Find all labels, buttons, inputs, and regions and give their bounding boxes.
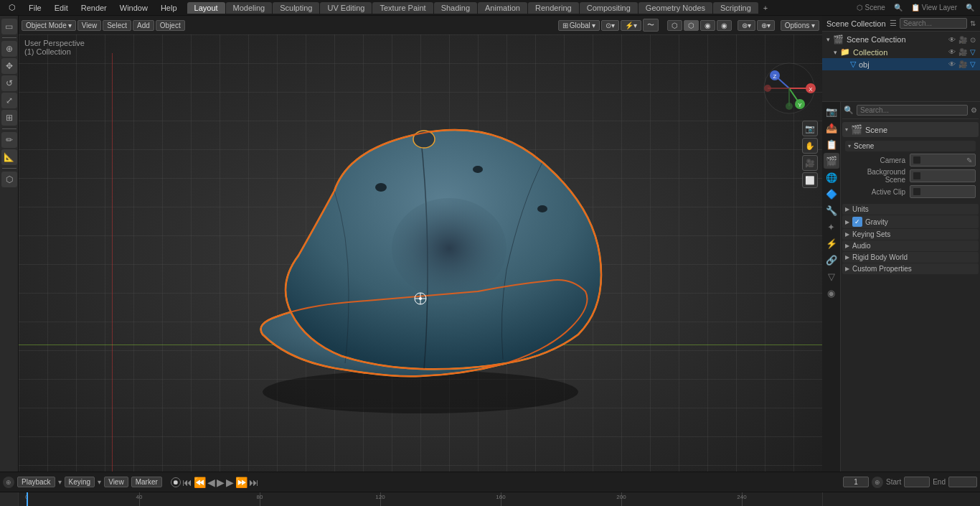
jump-end-button[interactable]: ⏭	[249, 477, 259, 488]
rigid-body-world-section[interactable]: ▶ Rigid Body World	[842, 252, 979, 263]
outliner-eye-icon[interactable]: 👁	[948, 36, 956, 44]
view-menu[interactable]: View	[77, 20, 102, 31]
jump-start-button[interactable]: ⏮	[182, 477, 192, 488]
marker-menu[interactable]: Marker	[131, 477, 162, 487]
props-tab-scene[interactable]: 🎬	[824, 153, 839, 169]
props-tab-view-layer[interactable]: 📋	[824, 136, 839, 152]
props-tab-constraints[interactable]: 🔗	[824, 252, 839, 268]
menu-edit[interactable]: Edit	[49, 2, 74, 14]
outliner-sort-icon[interactable]: ⇅	[970, 19, 976, 27]
rendered-view-tool[interactable]: ⬜	[802, 172, 818, 188]
props-tab-physics[interactable]: ⚡	[824, 235, 839, 251]
outliner-item-obj[interactable]: ▶ ▽ obj 👁 🎥 ▽	[822, 58, 980, 70]
custom-properties-section[interactable]: ▶ Custom Properties	[842, 263, 979, 274]
move-view-tool[interactable]: ✋	[802, 138, 818, 154]
prev-keyframe-button[interactable]: ⏪	[194, 477, 206, 488]
add-object-tool[interactable]: ⬡	[1, 172, 17, 187]
outliner-search-input[interactable]	[900, 18, 967, 29]
record-button[interactable]: ⏺	[171, 477, 181, 487]
workspace-compositing[interactable]: Compositing	[580, 2, 638, 14]
active-clip-input[interactable]	[910, 185, 976, 198]
props-tab-object[interactable]: 🔷	[824, 186, 839, 202]
zoom-camera-tool[interactable]: 📷	[802, 121, 818, 136]
workspace-sculpting[interactable]: Sculpting	[273, 2, 319, 14]
keying-dropdown[interactable]: ▾	[98, 478, 101, 486]
props-options-icon[interactable]: ⚙	[971, 106, 977, 114]
move-tool[interactable]: ✥	[1, 58, 17, 74]
props-tab-output[interactable]: 📤	[824, 120, 839, 136]
select-menu[interactable]: Select	[103, 20, 131, 31]
camera-pick-icon[interactable]: ✎	[966, 156, 972, 164]
collection-filter-icon[interactable]: ▽	[970, 48, 976, 56]
workspace-texture-paint[interactable]: Texture Paint	[372, 2, 433, 14]
viewport-canvas[interactable]: User Perspective (1) Collection	[19, 34, 822, 472]
props-search-input[interactable]	[857, 105, 968, 116]
audio-section[interactable]: ▶ Audio	[842, 240, 979, 251]
viewport-shading-solid[interactable]: ⬡	[684, 20, 699, 31]
frame-sync-button[interactable]: ⊕	[872, 477, 883, 488]
transform-tool[interactable]: ⊞	[1, 110, 17, 126]
timeline-mode-button[interactable]: ⊕	[3, 477, 14, 488]
workspace-scripting[interactable]: Scripting	[713, 2, 758, 14]
outliner-item-collection[interactable]: ▾ 📁 Collection 👁 🎥 ▽	[822, 46, 980, 58]
outliner-cam-icon[interactable]: 🎥	[958, 36, 967, 44]
props-tab-world[interactable]: 🌐	[824, 169, 839, 185]
menu-help[interactable]: Help	[155, 2, 183, 14]
transform-global-dropdown[interactable]: ⊞ Global ▾	[558, 20, 600, 31]
scale-tool[interactable]: ⤢	[1, 93, 17, 108]
blender-logo[interactable]: ⬡	[3, 1, 22, 14]
select-box-tool[interactable]: ▭	[1, 19, 17, 34]
add-menu[interactable]: Add	[133, 20, 154, 31]
workspace-layout[interactable]: Layout	[187, 2, 225, 14]
end-frame-input[interactable]: 250	[948, 477, 977, 487]
outliner-hide-icon[interactable]: ⊙	[970, 36, 976, 44]
object-menu[interactable]: Object	[156, 20, 185, 31]
scene-section-header[interactable]: ▾ 🎬 Scene	[842, 122, 979, 137]
menu-window[interactable]: Window	[114, 2, 154, 14]
collection-restrict-render[interactable]: 🎥	[958, 48, 967, 56]
obj-render-icon[interactable]: 🎥	[958, 60, 967, 68]
units-section[interactable]: ▶ Units	[842, 204, 979, 215]
annotate-tool[interactable]: ✏	[1, 132, 17, 148]
viewport-shading-material[interactable]: ◉	[700, 20, 715, 31]
snap-toggle[interactable]: ⚡▾	[621, 20, 641, 31]
rotate-tool[interactable]: ↺	[1, 75, 17, 91]
playback-dropdown[interactable]: ▾	[58, 478, 62, 486]
gravity-checkbox[interactable]: ✓	[852, 217, 862, 227]
next-keyframe-button[interactable]: ⏩	[235, 477, 248, 488]
cursor-tool[interactable]: ⊕	[1, 41, 17, 57]
workspace-shading[interactable]: Shading	[434, 2, 477, 14]
playback-menu[interactable]: Playback	[17, 477, 55, 487]
props-tab-particles[interactable]: ✦	[824, 219, 839, 235]
menu-file[interactable]: File	[23, 2, 47, 14]
obj-filter-icon[interactable]: ▽	[970, 60, 976, 68]
menu-render[interactable]: Render	[75, 2, 113, 14]
overlay-toggle[interactable]: ⊛▾	[738, 20, 755, 31]
workspace-modeling[interactable]: Modeling	[226, 2, 273, 14]
measure-tool[interactable]: 📐	[1, 149, 17, 165]
outliner-item-scene-collection[interactable]: ▾ 🎬 Scene Collection 👁 🎥 ⊙	[822, 33, 980, 46]
scene-sub-header[interactable]: ▾ Scene	[845, 141, 976, 151]
workspace-uv-editing[interactable]: UV Editing	[320, 2, 372, 14]
object-mode-dropdown[interactable]: Object Mode ▾	[22, 20, 76, 31]
outliner-filter-icon[interactable]: ☰	[890, 19, 897, 28]
viewport-3d[interactable]: Object Mode ▾ View Select Add Object ⊞ G…	[19, 16, 822, 472]
props-tab-render[interactable]: 📷	[824, 103, 839, 119]
camera-view-tool[interactable]: 🎥	[802, 155, 818, 171]
proportional-edit[interactable]: ⊙▾	[601, 20, 619, 31]
workspace-add-button[interactable]: +	[759, 2, 772, 14]
background-scene-input[interactable]	[910, 169, 976, 182]
keying-menu[interactable]: Keying	[65, 477, 95, 487]
workspace-animation[interactable]: Animation	[478, 2, 527, 14]
props-tab-material[interactable]: ◉	[824, 285, 839, 301]
viewport-shading-render[interactable]: ◉	[717, 20, 732, 31]
workspace-geometry-nodes[interactable]: Geometry Nodes	[639, 2, 712, 14]
start-frame-input[interactable]: 1	[904, 477, 930, 487]
props-search-icon[interactable]: 🔍	[844, 106, 854, 115]
options-dropdown[interactable]: Options ▾	[781, 20, 819, 31]
timeline-track[interactable]: 0 40 80 120 160 200 240	[19, 492, 822, 506]
camera-value-input[interactable]: ✎	[910, 154, 976, 167]
collection-eye-icon[interactable]: 👁	[948, 48, 956, 56]
workspace-rendering[interactable]: Rendering	[528, 2, 579, 14]
timeline-view-menu[interactable]: View	[104, 477, 128, 487]
